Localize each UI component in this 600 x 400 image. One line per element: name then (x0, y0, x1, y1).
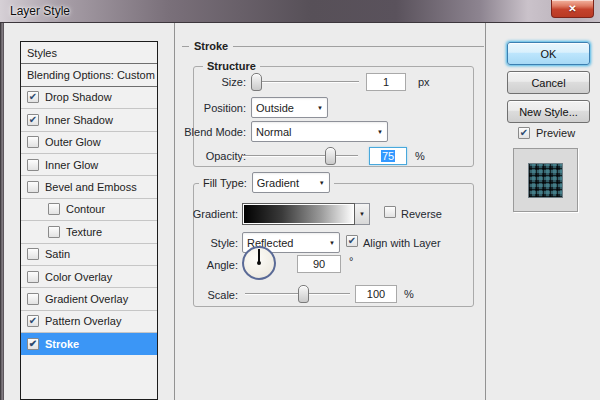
opacity-input[interactable]: 75 (369, 147, 407, 165)
slider-thumb[interactable] (325, 147, 336, 165)
checkbox[interactable] (27, 159, 39, 171)
reverse-label: Reverse (401, 208, 442, 220)
reverse-checkbox[interactable] (384, 206, 396, 218)
preview-thumbnail-well (513, 148, 578, 212)
chevron-down-icon: ▼ (377, 129, 383, 135)
styles-list-header: Styles (21, 42, 157, 64)
styles-row-contour[interactable]: Contour (21, 199, 157, 221)
checkbox[interactable] (27, 248, 39, 260)
checkbox[interactable] (27, 181, 39, 193)
checkbox[interactable]: ✔ (27, 114, 39, 126)
window-left-edge (0, 23, 4, 400)
size-input[interactable]: 1 (366, 73, 406, 91)
style-label: Style: (162, 237, 238, 249)
styles-row-label: Styles (27, 47, 57, 59)
angle-dial[interactable] (242, 246, 276, 280)
fill-type-legend: Fill Type: Gradient ▼ (199, 172, 334, 193)
styles-row-gradient-overlay[interactable]: Gradient Overlay (21, 288, 157, 310)
styles-row-label: Stroke (45, 338, 79, 350)
align-with-layer-checkbox[interactable]: ✔ (346, 235, 358, 247)
align-with-layer-label: Align with Layer (363, 237, 441, 249)
styles-row-label: Inner Shadow (45, 114, 113, 126)
size-unit: px (418, 76, 430, 88)
blend-mode-value: Normal (256, 126, 373, 138)
main-pane-right-border (485, 23, 486, 400)
preview-pattern-swatch (528, 163, 563, 198)
close-icon: ✕ (568, 4, 576, 14)
styles-row-texture[interactable]: Texture (21, 221, 157, 243)
gradient-picker[interactable]: ▼ (242, 203, 370, 225)
slider-track[interactable] (242, 155, 358, 157)
chevron-down-icon: ▼ (319, 180, 325, 186)
styles-row-inner-shadow[interactable]: ✔Inner Shadow (21, 109, 157, 131)
angle-center-dot (257, 261, 261, 265)
scale-label: Scale: (162, 289, 238, 301)
opacity-label: Opacity: (170, 150, 246, 162)
styles-row-label: Pattern Overlay (45, 315, 121, 327)
checkbox[interactable]: ✔ (27, 338, 39, 350)
structure-legend: Structure (203, 60, 260, 72)
styles-row-label: Drop Shadow (45, 91, 112, 103)
scale-unit: % (404, 288, 414, 300)
checkbox[interactable] (27, 293, 39, 305)
checkbox[interactable]: ✔ (27, 91, 39, 103)
size-label: Size: (170, 76, 246, 88)
blend-mode-label: Blend Mode: (170, 126, 246, 138)
chevron-down-icon[interactable]: ▼ (355, 203, 370, 225)
position-label: Position: (170, 102, 246, 114)
slider-track[interactable] (251, 81, 359, 83)
checkbox[interactable] (27, 271, 39, 283)
section-title: Stroke (189, 40, 233, 52)
styles-row-label: Satin (45, 248, 70, 260)
gradient-label: Gradient: (162, 208, 238, 220)
styles-row-label: Texture (66, 226, 102, 238)
layer-style-dialog: Layer Style ✕ StylesBlending Options: Cu… (0, 0, 600, 400)
angle-unit: ° (349, 255, 353, 267)
cancel-button[interactable]: Cancel (507, 71, 590, 94)
slider-thumb[interactable] (298, 285, 309, 303)
styles-row-blending-options[interactable]: Blending Options: Custom (21, 64, 157, 86)
styles-row-color-overlay[interactable]: Color Overlay (21, 266, 157, 288)
styles-row-inner-glow[interactable]: Inner Glow (21, 154, 157, 176)
checkbox[interactable] (48, 226, 60, 238)
styles-row-bevel-and-emboss[interactable]: Bevel and Emboss (21, 176, 157, 198)
slider-thumb[interactable] (251, 73, 262, 91)
new-style-button[interactable]: New Style... (507, 100, 590, 123)
fill-type-select[interactable]: Gradient ▼ (252, 172, 330, 193)
size-slider[interactable] (251, 73, 359, 91)
angle-input[interactable]: 90 (297, 255, 341, 273)
styles-row-label: Inner Glow (45, 159, 98, 171)
gradient-swatch[interactable] (242, 203, 355, 225)
styles-row-pattern-overlay[interactable]: ✔Pattern Overlay (21, 311, 157, 333)
chevron-down-icon: ▼ (329, 240, 335, 246)
position-select[interactable]: Outside ▼ (251, 97, 328, 118)
styles-row-label: Color Overlay (45, 271, 112, 283)
checkbox[interactable] (27, 136, 39, 148)
styles-row-label: Contour (66, 203, 105, 215)
angle-label: Angle: (162, 259, 238, 271)
styles-row-stroke[interactable]: ✔Stroke (21, 333, 157, 355)
window-title: Layer Style (10, 4, 70, 18)
checkbox[interactable]: ✔ (27, 315, 39, 327)
ok-button[interactable]: OK (507, 42, 590, 65)
fill-type-value: Gradient (257, 177, 315, 189)
styles-row-label: Bevel and Emboss (45, 181, 137, 193)
fill-type-label: Fill Type: (203, 177, 247, 189)
styles-row-label: Outer Glow (45, 136, 101, 148)
checkbox[interactable] (48, 203, 60, 215)
position-value: Outside (256, 102, 313, 114)
opacity-slider[interactable] (242, 147, 358, 165)
blend-mode-select[interactable]: Normal ▼ (251, 121, 388, 142)
preview-checkbox[interactable]: ✔ (518, 127, 530, 139)
opacity-unit: % (415, 150, 425, 162)
styles-row-label: Blending Options: Custom (27, 69, 155, 81)
scale-slider[interactable] (245, 285, 350, 303)
styles-row-outer-glow[interactable]: Outer Glow (21, 132, 157, 154)
styles-row-drop-shadow[interactable]: ✔Drop Shadow (21, 87, 157, 109)
scale-input[interactable]: 100 (355, 285, 397, 303)
title-bar[interactable]: Layer Style (0, 0, 600, 23)
styles-row-satin[interactable]: Satin (21, 244, 157, 266)
close-button[interactable]: ✕ (551, 0, 594, 18)
styles-panel: StylesBlending Options: Custom✔Drop Shad… (20, 41, 158, 400)
styles-row-label: Gradient Overlay (45, 293, 128, 305)
